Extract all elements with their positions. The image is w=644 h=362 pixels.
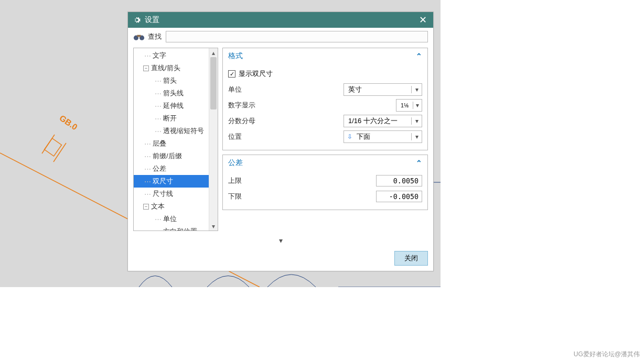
unit-combo[interactable]: 英寸▾ <box>344 83 422 96</box>
expand-toggle[interactable]: ▾ <box>128 235 433 248</box>
chevron-down-icon: ▾ <box>413 102 422 109</box>
gear-icon <box>133 16 141 24</box>
search-input[interactable] <box>166 31 428 42</box>
tree-branch-icon: ⋯ <box>154 115 162 123</box>
chevron-down-icon: ▾ <box>411 86 422 93</box>
fraction-denom-combo[interactable]: 1/16 十六分之一▾ <box>344 115 422 127</box>
nav-tree-panel: ⋯文字−直线/箭头⋯箭头⋯箭头线⋯延伸线⋯断开⋯透视缩短符号⋯层叠⋯前缀/后缀⋯… <box>133 48 218 231</box>
search-label: 查找 <box>148 32 162 41</box>
tree-item-label: 延伸线 <box>163 101 184 111</box>
tree-item-label: 公差 <box>153 164 166 173</box>
tree-branch-icon: ⋯ <box>154 127 162 135</box>
nav-tree[interactable]: ⋯文字−直线/箭头⋯箭头⋯箭头线⋯延伸线⋯断开⋯透视缩短符号⋯层叠⋯前缀/后缀⋯… <box>134 48 209 231</box>
tree-branch-icon: ⋯ <box>154 77 162 85</box>
tree-item-label: 断开 <box>163 114 177 123</box>
tree-item-label: 文本 <box>151 202 165 211</box>
number-display-label: 数字显示 <box>228 101 342 110</box>
dialog-title: 设置 <box>145 15 417 25</box>
tree-item[interactable]: ⋯透视缩短符号 <box>134 125 209 137</box>
dialog-titlebar[interactable]: 设置 ✕ <box>128 12 433 28</box>
close-button[interactable]: 关闭 <box>394 251 428 266</box>
tree-toggle-icon[interactable]: − <box>143 65 149 71</box>
svg-rect-7 <box>137 35 141 37</box>
fraction-denom-label: 分数分母 <box>228 116 342 126</box>
tree-item-label: 双尺寸 <box>153 177 173 186</box>
tree-item[interactable]: ⋯文字 <box>134 49 209 62</box>
tree-branch-icon: ⋯ <box>143 52 152 60</box>
scroll-up-icon[interactable]: ▴ <box>209 48 218 57</box>
tree-item-label: 箭头 <box>163 76 177 85</box>
number-display-combo[interactable]: 1⅛▾ <box>396 99 422 112</box>
tree-item-label: 透视缩短符号 <box>163 126 204 136</box>
format-title: 格式 <box>228 51 243 61</box>
tolerance-group: 公差 ⌃ 上限 下限 <box>222 155 428 210</box>
close-icon[interactable]: ✕ <box>417 14 429 26</box>
tree-item[interactable]: ⋯箭头线 <box>134 87 209 100</box>
watermark: UG爱好者论坛@潘其伟 <box>574 350 640 359</box>
chevron-down-icon: ▾ <box>411 133 422 140</box>
lower-label: 下限 <box>228 192 342 201</box>
scroll-down-icon[interactable]: ▾ <box>209 222 218 231</box>
show-dual-label: 显示双尺寸 <box>239 69 273 79</box>
tree-item-label: 尺寸线 <box>153 189 173 199</box>
upper-input[interactable] <box>376 175 422 187</box>
tree-item-label: 单位 <box>163 214 177 224</box>
tree-item[interactable]: ⋯层叠 <box>134 137 209 150</box>
tree-item-label: 层叠 <box>153 139 166 148</box>
tree-item-label: 直线/箭头 <box>151 63 180 73</box>
tree-branch-icon: ⋯ <box>143 152 152 160</box>
settings-dialog: 设置 ✕ 查找 ⋯文字−直线/箭头⋯箭头⋯箭头线⋯延伸线⋯断开⋯透视缩短符号⋯层… <box>127 12 434 271</box>
tree-item-label: 前缀/后缀 <box>153 151 182 161</box>
scroll-thumb[interactable] <box>210 57 217 109</box>
tree-item-label: 方向和位置 <box>163 227 197 231</box>
show-dual-checkbox[interactable]: ✓ 显示双尺寸 <box>228 69 273 79</box>
tree-branch-icon: ⋯ <box>154 102 162 110</box>
format-group: 格式 ⌃ ✓ 显示双尺寸 单位 英寸▾ 数字显示 <box>222 48 428 150</box>
position-combo[interactable]: ⇩下面▾ <box>344 130 422 143</box>
checkbox-icon: ✓ <box>228 70 235 78</box>
unit-label: 单位 <box>228 85 342 94</box>
annotation-text: GB.0 <box>58 113 79 131</box>
format-header[interactable]: 格式 ⌃ <box>223 48 427 64</box>
tree-branch-icon: ⋯ <box>143 190 152 198</box>
upper-label: 上限 <box>228 176 342 185</box>
tree-item[interactable]: ⋯公差 <box>134 162 209 175</box>
chevron-down-icon: ▾ <box>411 117 422 125</box>
chevron-up-icon: ⌃ <box>416 159 422 167</box>
tree-branch-icon: ⋯ <box>143 178 152 185</box>
chevron-up-icon: ⌃ <box>416 52 422 60</box>
tree-item[interactable]: ⋯箭头 <box>134 74 209 87</box>
tree-item[interactable]: ⋯断开 <box>134 112 209 125</box>
tolerance-title: 公差 <box>228 158 243 168</box>
tree-item[interactable]: ⋯延伸线 <box>134 100 209 112</box>
binoculars-icon <box>133 33 145 40</box>
tree-toggle-icon[interactable]: − <box>143 204 149 210</box>
tree-item-label: 箭头线 <box>163 89 184 98</box>
tree-item[interactable]: ⋯方向和位置 <box>134 225 209 231</box>
tree-branch-icon: ⋯ <box>143 140 152 148</box>
tree-item[interactable]: ⋯尺寸线 <box>134 188 209 200</box>
tree-item[interactable]: ⋯前缀/后缀 <box>134 150 209 162</box>
tree-item[interactable]: ⋯单位 <box>134 213 209 225</box>
tree-item-label: 文字 <box>153 51 166 60</box>
tree-branch-icon: ⋯ <box>154 228 162 231</box>
tolerance-header[interactable]: 公差 ⌃ <box>223 155 427 171</box>
tree-branch-icon: ⋯ <box>154 90 162 97</box>
tree-item[interactable]: −直线/箭头 <box>134 62 209 74</box>
position-label: 位置 <box>228 132 342 141</box>
tree-scrollbar[interactable]: ▴ ▾ <box>209 48 218 231</box>
tree-item[interactable]: ⋯双尺寸 <box>134 175 209 188</box>
search-row: 查找 <box>128 28 433 46</box>
tree-branch-icon: ⋯ <box>143 165 152 173</box>
lower-input[interactable] <box>376 191 422 202</box>
svg-line-2 <box>53 143 66 162</box>
down-arrow-icon: ⇩ <box>344 133 352 140</box>
tree-branch-icon: ⋯ <box>154 215 162 223</box>
tree-item[interactable]: −文本 <box>134 200 209 213</box>
